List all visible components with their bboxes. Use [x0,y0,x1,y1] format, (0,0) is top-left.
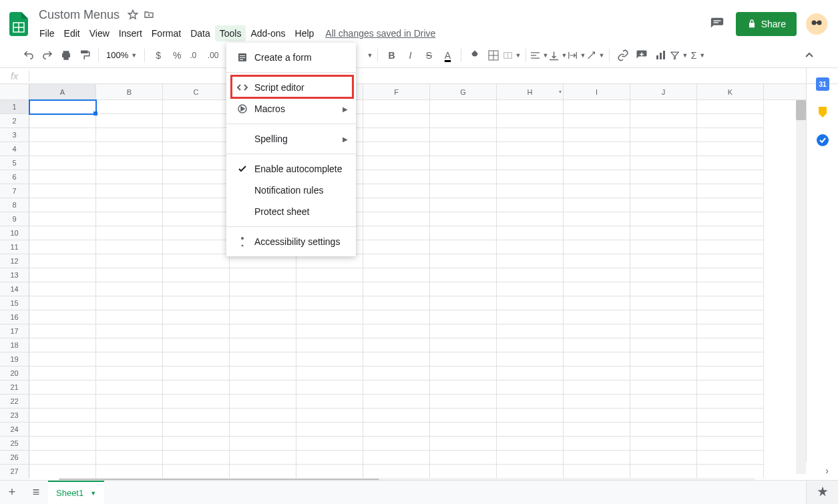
cell-K25[interactable] [697,437,764,451]
account-avatar[interactable] [806,13,827,35]
cell-D15[interactable] [230,296,296,310]
cell-I8[interactable] [564,198,630,212]
cell-A13[interactable] [29,268,96,282]
cell-G8[interactable] [430,198,497,212]
decrease-decimal-button[interactable]: .0 [187,47,204,64]
cell-H19[interactable] [497,352,564,366]
cell-J23[interactable] [630,409,697,423]
menu-add-ons[interactable]: Add-ons [246,25,290,41]
cell-A12[interactable] [29,254,96,268]
cell-I4[interactable] [564,142,630,156]
cell-C16[interactable] [163,310,230,324]
cell-J8[interactable] [630,198,697,212]
cell-F17[interactable] [363,324,430,338]
cell-D21[interactable] [230,381,296,395]
cell-H18[interactable] [497,338,564,352]
cell-B9[interactable] [96,212,163,226]
cell-A1[interactable] [29,100,96,114]
comments-button[interactable] [708,15,726,33]
cell-K24[interactable] [697,423,764,437]
add-sheet-button[interactable]: + [0,481,24,505]
collapse-toolbar-button[interactable] [801,47,818,64]
menu-insert[interactable]: Insert [114,25,147,41]
cell-I18[interactable] [564,338,630,352]
cell-K19[interactable] [697,352,764,366]
cell-G13[interactable] [430,268,497,282]
cell-H5[interactable] [497,156,564,170]
cell-D23[interactable] [230,409,296,423]
cell-F22[interactable] [363,395,430,409]
col-header-A[interactable]: A [29,84,96,99]
paint-format-button[interactable] [76,47,93,64]
cell-H25[interactable] [497,437,564,451]
cell-K13[interactable] [697,268,764,282]
cell-D25[interactable] [230,437,296,451]
cell-C21[interactable] [163,381,230,395]
cell-A15[interactable] [29,296,96,310]
cell-I11[interactable] [564,240,630,254]
cell-A11[interactable] [29,240,96,254]
cell-F3[interactable] [363,128,430,142]
cell-F24[interactable] [363,423,430,437]
cell-I9[interactable] [564,212,630,226]
cell-A3[interactable] [29,128,96,142]
all-sheets-button[interactable]: ≡ [24,481,48,505]
cell-G11[interactable] [430,240,497,254]
cell-F5[interactable] [363,156,430,170]
wrap-button[interactable]: ▼ [568,47,586,64]
cell-J1[interactable] [630,100,697,114]
cell-G16[interactable] [430,310,497,324]
font-dropdown-arrow[interactable]: ▼ [367,52,373,59]
save-status[interactable]: All changes saved in Drive [325,28,435,39]
chart-button[interactable] [652,47,669,64]
cell-C24[interactable] [163,423,230,437]
calendar-icon[interactable]: 31 [816,77,829,91]
menu-item-enable-autocomplete[interactable]: Enable autocomplete [226,158,356,180]
borders-button[interactable] [485,47,502,64]
menu-item-accessibility-settings[interactable]: Accessibility settings [226,231,356,252]
cell-C22[interactable] [163,395,230,409]
cell-F11[interactable] [363,240,430,254]
menu-item-protect-sheet[interactable]: Protect sheet [226,201,356,222]
currency-button[interactable]: $ [150,47,167,64]
cell-I27[interactable] [564,465,630,478]
cell-D19[interactable] [230,352,296,366]
cell-E15[interactable] [296,296,363,310]
cell-H22[interactable] [497,395,564,409]
cell-K5[interactable] [697,156,764,170]
cell-A4[interactable] [29,142,96,156]
cell-H26[interactable] [497,451,564,465]
cell-I3[interactable] [564,128,630,142]
cell-D20[interactable] [230,366,296,381]
cell-G14[interactable] [430,282,497,296]
cell-I7[interactable] [564,184,630,198]
cell-A5[interactable] [29,156,96,170]
functions-button[interactable]: Σ▼ [689,47,706,64]
cell-A23[interactable] [29,409,96,423]
cell-B15[interactable] [96,296,163,310]
cell-C7[interactable] [163,184,230,198]
print-button[interactable] [57,47,75,64]
cell-J14[interactable] [630,282,697,296]
col-header-G[interactable]: G [430,84,497,99]
cell-E22[interactable] [296,395,363,409]
cell-A2[interactable] [29,114,96,128]
cell-H20[interactable] [497,366,564,381]
cell-I15[interactable] [564,296,630,310]
cell-F25[interactable] [363,437,430,451]
row-header-6[interactable]: 6 [0,170,29,184]
cell-C17[interactable] [163,324,230,338]
cell-I24[interactable] [564,423,630,437]
cell-I5[interactable] [564,156,630,170]
cell-C12[interactable] [163,254,230,268]
cell-C9[interactable] [163,212,230,226]
cell-F8[interactable] [363,198,430,212]
cell-J27[interactable] [630,465,697,478]
row-header-3[interactable]: 3 [0,128,29,142]
share-button[interactable]: Share [736,12,797,36]
row-header-4[interactable]: 4 [0,142,29,156]
cell-E26[interactable] [296,451,363,465]
cell-K2[interactable] [697,114,764,128]
cell-A10[interactable] [29,226,96,240]
cell-J3[interactable] [630,128,697,142]
